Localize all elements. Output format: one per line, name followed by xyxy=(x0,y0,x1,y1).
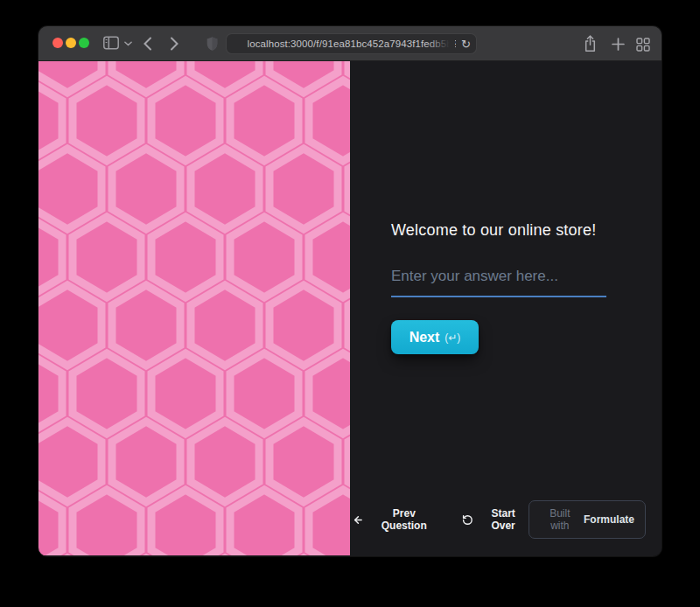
answer-input[interactable] xyxy=(391,266,606,297)
question-text: Welcome to our online store! xyxy=(391,221,627,239)
reload-icon[interactable]: ↻ xyxy=(461,38,471,50)
question-panel: Welcome to our online store! Next (↵) Pr… xyxy=(350,61,662,555)
start-over-button[interactable]: Start Over xyxy=(462,507,528,532)
question-block: Welcome to our online store! Next (↵) xyxy=(391,221,627,354)
arrow-left-icon xyxy=(353,514,364,526)
badge-brand: Formulate xyxy=(584,513,634,526)
address-bar[interactable]: localhost:3000/f/91ea81bc452a7943f1fedb5… xyxy=(226,33,477,54)
cover-hexagon-pattern xyxy=(38,61,350,555)
traffic-lights xyxy=(52,38,89,48)
form-page: Welcome to our online store! Next (↵) Pr… xyxy=(38,61,662,555)
next-button-label: Next xyxy=(410,330,440,345)
zoom-window-button[interactable] xyxy=(79,38,89,48)
tab-overview-icon[interactable] xyxy=(636,38,650,52)
chevron-down-icon[interactable] xyxy=(124,41,132,46)
prev-question-button[interactable]: Prev Question xyxy=(353,507,439,532)
badge-prefix: Built with xyxy=(540,507,580,532)
back-button[interactable] xyxy=(143,37,152,51)
browser-toolbar: localhost:3000/f/91ea81bc452a7943f1fedb5… xyxy=(38,26,662,61)
form-footer: Prev Question Start Over Built with Form… xyxy=(350,500,662,539)
close-window-button[interactable] xyxy=(52,38,63,48)
prev-question-label: Prev Question xyxy=(369,507,439,532)
share-icon[interactable] xyxy=(583,35,598,52)
browser-window: localhost:3000/f/91ea81bc452a7943f1fedb5… xyxy=(38,26,662,556)
url-text: localhost:3000/f/91ea81bc452a7943f1fedb5… xyxy=(248,38,456,49)
forward-button[interactable] xyxy=(170,37,179,51)
enter-key-hint: (↵) xyxy=(444,331,460,344)
new-tab-icon[interactable] xyxy=(612,38,625,51)
next-button[interactable]: Next (↵) xyxy=(391,320,479,354)
start-over-label: Start Over xyxy=(479,507,528,532)
built-with-formulate-badge[interactable]: Built with Formulate xyxy=(528,500,646,539)
shield-privacy-icon[interactable] xyxy=(206,36,219,52)
minimize-window-button[interactable] xyxy=(66,38,76,48)
sidebar-toggle-icon[interactable] xyxy=(103,36,119,50)
rotate-ccw-icon xyxy=(462,514,473,526)
